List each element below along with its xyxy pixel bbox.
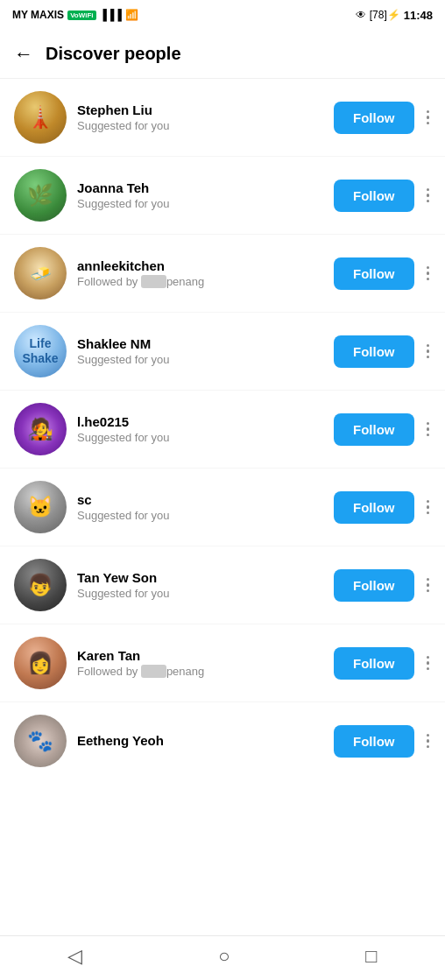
- more-dot: [427, 116, 430, 119]
- status-bar: MY MAXIS VoWiFi ▐▐▐ 📶 👁 [78]⚡ 11:48: [0, 0, 445, 30]
- person-subtitle: Suggested for you: [77, 353, 323, 366]
- list-item: 🐾 Eetheng Yeoh Follow: [0, 702, 445, 779]
- follow-button[interactable]: Follow: [334, 413, 414, 446]
- more-dot: [427, 500, 430, 504]
- more-dot: [427, 427, 430, 431]
- status-icons: 👁 [78]⚡ 11:48: [356, 9, 433, 22]
- page-header: ← Discover people: [0, 30, 445, 79]
- more-dot: [427, 200, 430, 203]
- person-info: Joanna Teh Suggested for you: [77, 180, 323, 210]
- follow-button[interactable]: Follow: [334, 725, 414, 758]
- back-button[interactable]: ←: [14, 45, 33, 64]
- more-dot: [427, 661, 430, 665]
- list-item: 👦 Tan Yew Son Suggested for you Follow: [0, 546, 445, 624]
- more-options-button[interactable]: [425, 185, 432, 207]
- person-name: annleekitchen: [77, 258, 323, 273]
- carrier-info: MY MAXIS VoWiFi ▐▐▐ 📶: [12, 9, 138, 21]
- list-item: 🐱 sc Suggested for you Follow: [0, 469, 445, 546]
- person-subtitle: Followed by penang: [77, 665, 323, 678]
- time-display: 11:48: [404, 9, 433, 22]
- more-dot: [427, 349, 430, 353]
- person-info: Stephen Liu Suggested for you: [77, 102, 323, 132]
- person-name: Joanna Teh: [77, 180, 323, 195]
- person-info: l.he0215 Suggested for you: [77, 414, 323, 444]
- more-dot: [427, 271, 430, 275]
- battery-level: [78]⚡: [370, 9, 400, 21]
- more-dot: [427, 188, 430, 192]
- person-name: Karen Tan: [77, 648, 323, 663]
- more-dot: [427, 667, 430, 671]
- list-item: 🗼 Stephen Liu Suggested for you Follow: [0, 79, 445, 157]
- more-dot: [427, 434, 430, 437]
- avatar: 👩: [14, 637, 67, 689]
- follow-button[interactable]: Follow: [334, 102, 414, 134]
- person-name: Stephen Liu: [77, 102, 323, 117]
- avatar: 🧑‍🎤: [14, 403, 67, 455]
- more-options-button[interactable]: [425, 341, 432, 363]
- more-dot: [427, 583, 430, 587]
- more-dot: [427, 422, 430, 426]
- wifi-badge: VoWiFi: [67, 11, 95, 20]
- person-name: sc: [77, 492, 323, 507]
- more-dot: [427, 278, 430, 281]
- wifi-icon: 📶: [125, 9, 138, 21]
- signal-icon: ▐▐▐: [100, 9, 123, 21]
- follow-button[interactable]: Follow: [334, 335, 414, 368]
- follow-button[interactable]: Follow: [334, 180, 414, 212]
- person-info: Shaklee NM Suggested for you: [77, 336, 323, 366]
- more-dot: [427, 578, 430, 582]
- follow-button[interactable]: Follow: [334, 257, 414, 290]
- more-options-button[interactable]: [425, 419, 432, 441]
- person-name: Eetheng Yeoh: [77, 733, 323, 748]
- person-info: Karen Tan Followed by penang: [77, 648, 323, 678]
- eye-icon: 👁: [356, 9, 366, 21]
- page-title: Discover people: [46, 44, 181, 64]
- home-nav-button[interactable]: ○: [218, 945, 230, 968]
- more-dot: [427, 505, 430, 509]
- avatar: 🐾: [14, 715, 67, 767]
- person-subtitle: Suggested for you: [77, 431, 323, 444]
- more-dot: [427, 110, 430, 114]
- person-name: Shaklee NM: [77, 336, 323, 351]
- avatar: 👦: [14, 559, 67, 611]
- back-nav-button[interactable]: ◁: [67, 945, 82, 968]
- list-item: 🧑‍🎤 l.he0215 Suggested for you Follow: [0, 391, 445, 469]
- bottom-navigation: ◁ ○ □: [0, 935, 445, 980]
- person-info: sc Suggested for you: [77, 492, 323, 522]
- more-options-button[interactable]: [425, 107, 432, 129]
- list-item: LifeShake Shaklee NM Suggested for you F…: [0, 313, 445, 391]
- more-options-button[interactable]: [425, 652, 432, 674]
- more-options-button[interactable]: [425, 575, 432, 596]
- person-subtitle: Suggested for you: [77, 197, 323, 210]
- avatar: 🌿: [14, 169, 67, 222]
- follow-button[interactable]: Follow: [334, 647, 414, 680]
- follow-button[interactable]: Follow: [334, 491, 414, 524]
- person-subtitle: Suggested for you: [77, 119, 323, 132]
- more-dot: [427, 344, 430, 348]
- more-dot: [427, 511, 430, 515]
- person-subtitle: Suggested for you: [77, 587, 323, 600]
- person-name: l.he0215: [77, 414, 323, 429]
- more-dot: [427, 589, 430, 593]
- more-options-button[interactable]: [425, 730, 432, 752]
- more-options-button[interactable]: [425, 263, 432, 285]
- follow-button[interactable]: Follow: [334, 569, 414, 602]
- more-dot: [427, 266, 430, 270]
- more-options-button[interactable]: [425, 497, 432, 518]
- person-list: 🗼 Stephen Liu Suggested for you Follow 🌿…: [0, 79, 445, 779]
- person-name: Tan Yew Son: [77, 570, 323, 585]
- person-info: Eetheng Yeoh: [77, 733, 323, 750]
- more-dot: [427, 739, 430, 743]
- avatar: LifeShake: [14, 325, 67, 377]
- list-item: 🧈 annleekitchen Followed by penang Follo…: [0, 235, 445, 313]
- person-info: annleekitchen Followed by penang: [77, 258, 323, 288]
- recent-apps-button[interactable]: □: [365, 945, 377, 968]
- more-dot: [427, 194, 430, 197]
- more-dot: [427, 356, 430, 359]
- person-subtitle: Followed by penang: [77, 275, 323, 288]
- more-dot: [427, 656, 430, 659]
- avatar: 🐱: [14, 481, 67, 533]
- more-dot: [427, 122, 430, 125]
- person-subtitle: Suggested for you: [77, 509, 323, 522]
- more-dot: [427, 734, 430, 737]
